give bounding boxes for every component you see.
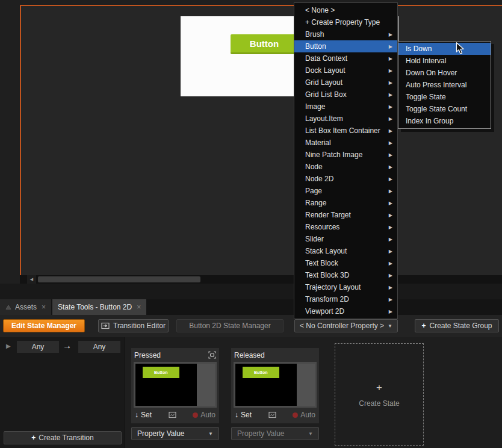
- plus-icon: +: [31, 434, 36, 442]
- context-menu-item[interactable]: Material ▶: [294, 137, 397, 149]
- menu-item-label: Image: [305, 102, 389, 111]
- context-menu-item[interactable]: Page ▶: [294, 185, 397, 197]
- auto-record-icon: [193, 412, 198, 418]
- menu-item-label: Text Block: [305, 259, 389, 267]
- create-state-group-button[interactable]: + Create State Group: [415, 319, 499, 332]
- edit-state-manager-button[interactable]: Edit State Manager: [3, 319, 85, 332]
- create-state-label: Create State: [359, 399, 399, 408]
- menu-item-label: Node 2D: [305, 175, 389, 183]
- submenu-item[interactable]: Auto Press Interval: [398, 79, 491, 91]
- property-value-label: Property Value: [137, 429, 185, 438]
- tab-label: State Tools - Button 2D: [58, 303, 132, 311]
- state-card-released[interactable]: Released Button ↓ Set: [231, 348, 319, 440]
- context-menu-item[interactable]: Button ▶: [294, 40, 397, 52]
- submenu-arrow-icon: ▶: [389, 128, 392, 134]
- context-menu-item[interactable]: Grid List Box ▶: [294, 89, 397, 101]
- set-button[interactable]: ↓ Set: [235, 411, 252, 419]
- create-transition-label: Create Transition: [39, 434, 93, 442]
- menu-item-label: Is Down: [406, 45, 486, 53]
- context-menu-item[interactable]: < None > ▶: [294, 4, 397, 16]
- context-menu-item[interactable]: Node 2D ▶: [294, 173, 397, 185]
- keyframe-editor-icon[interactable]: [169, 411, 176, 418]
- auto-toggle[interactable]: Auto: [293, 411, 315, 419]
- context-menu-item[interactable]: Text Block 3D ▶: [294, 269, 397, 281]
- context-menu-item[interactable]: Viewport 2D ▶: [294, 305, 397, 317]
- submenu-arrow-icon: ▶: [389, 104, 392, 110]
- horizontal-scrollbar[interactable]: ◀: [20, 275, 502, 284]
- menu-item-label: Grid List Box: [305, 90, 389, 99]
- transition-to-box[interactable]: Any: [78, 341, 120, 353]
- context-menu-item[interactable]: Grid Layout ▶: [294, 76, 397, 89]
- auto-toggle[interactable]: Auto: [193, 411, 215, 419]
- canvas-button[interactable]: Button: [231, 34, 298, 54]
- property-value-dropdown[interactable]: Property Value ▼: [231, 427, 319, 440]
- transition-from-box[interactable]: Any: [17, 341, 59, 353]
- menu-item-label: Render Target: [305, 211, 389, 219]
- submenu-item[interactable]: Toggle State Count: [398, 103, 491, 115]
- thumbnail-panel: [297, 364, 315, 406]
- tab-close-icon[interactable]: ×: [137, 303, 141, 311]
- menu-item-label: Auto Press Interval: [406, 81, 486, 89]
- context-menu-item[interactable]: Slider ▶: [294, 233, 397, 245]
- scroll-left-arrow-icon[interactable]: ◀: [27, 275, 36, 284]
- submenu-item[interactable]: Is Down: [398, 43, 491, 55]
- tab-state-tools[interactable]: State Tools - Button 2D ×: [52, 299, 146, 315]
- state-thumbnail[interactable]: Button: [134, 362, 217, 408]
- state-thumbnail[interactable]: Button: [234, 362, 317, 408]
- context-menu-item[interactable]: Image ▶: [294, 101, 397, 113]
- context-menu-item[interactable]: Stack Layout ▶: [294, 245, 397, 257]
- create-state-group-label: Create State Group: [429, 322, 492, 330]
- property-value-dropdown[interactable]: Property Value ▼: [131, 427, 219, 440]
- edit-state-manager-label: Edit State Manager: [11, 322, 76, 330]
- controller-property-label: < No Controller Property >: [300, 322, 384, 330]
- submenu-item[interactable]: Down On Hover: [398, 67, 491, 79]
- context-menu-item[interactable]: Dock Layout ▶: [294, 64, 397, 76]
- transition-arrow-icon: →: [63, 340, 72, 350]
- context-menu-item[interactable]: Brush ▶: [294, 28, 397, 40]
- state-tools-panel: ▶ Any → Any + Create Transition Pressed: [0, 337, 502, 448]
- create-transition-button[interactable]: + Create Transition: [4, 431, 122, 444]
- submenu-arrow-icon: ▶: [389, 188, 392, 194]
- transition-expander-icon[interactable]: ▶: [6, 343, 11, 349]
- submenu-arrow-icon: ▶: [389, 92, 392, 98]
- submenu-arrow-icon: ▶: [389, 213, 392, 218]
- context-menu-item[interactable]: Render Target ▶: [294, 209, 397, 221]
- set-button[interactable]: ↓ Set: [135, 411, 152, 419]
- tab-close-icon[interactable]: ×: [42, 303, 46, 311]
- context-menu-item[interactable]: Text Block ▶: [294, 257, 397, 269]
- controller-property-dropdown[interactable]: < No Controller Property > ▼: [294, 319, 398, 332]
- context-menu-item[interactable]: List Box Item Container ▶: [294, 125, 397, 137]
- submenu-arrow-icon: ▶: [389, 152, 392, 158]
- menu-item-label: + Create Property Type: [305, 18, 389, 26]
- chevron-down-icon: ▼: [388, 323, 392, 329]
- viewport-border-top: [20, 5, 502, 6]
- tab-label: Assets: [15, 303, 37, 311]
- transition-editor-label: Transition Editor: [113, 322, 166, 330]
- scrollbar-thumb[interactable]: [38, 276, 200, 282]
- context-menu-item[interactable]: Range ▶: [294, 197, 397, 209]
- assets-icon: [5, 304, 11, 310]
- transition-editor-button[interactable]: Transition Editor: [98, 319, 169, 332]
- menu-item-label: List Box Item Container: [305, 126, 389, 135]
- auto-label: Auto: [300, 411, 315, 419]
- create-state-button[interactable]: + Create State: [335, 343, 424, 446]
- keyframe-editor-icon[interactable]: [268, 411, 276, 418]
- focus-state-icon[interactable]: [208, 351, 216, 359]
- submenu-arrow-icon: ▶: [389, 32, 392, 37]
- submenu-item[interactable]: Index In Group: [398, 115, 491, 127]
- context-menu-item[interactable]: Layout.Item ▶: [294, 113, 397, 125]
- context-menu-item[interactable]: Node ▶: [294, 161, 397, 173]
- property-type-context-menu: < None > ▶ + Create Property Type ▶ Brus…: [294, 2, 398, 319]
- submenu-item[interactable]: Toggle State: [398, 91, 491, 103]
- context-menu-item[interactable]: Transform 2D ▶: [294, 293, 397, 305]
- tab-assets[interactable]: Assets ×: [0, 299, 51, 315]
- context-menu-item[interactable]: Resources ▶: [294, 221, 397, 233]
- state-card-pressed[interactable]: Pressed Button ↓ Set: [131, 348, 219, 440]
- context-menu-item[interactable]: Data Context ▶: [294, 52, 397, 64]
- submenu-arrow-icon: ▶: [389, 237, 392, 242]
- menu-item-label: Button: [305, 42, 389, 51]
- context-menu-item[interactable]: Trajectory Layout ▶: [294, 281, 397, 293]
- context-menu-item[interactable]: + Create Property Type ▶: [294, 16, 397, 28]
- context-menu-item[interactable]: Nine Patch Image ▶: [294, 149, 397, 161]
- submenu-item[interactable]: Hold Interval: [398, 55, 491, 67]
